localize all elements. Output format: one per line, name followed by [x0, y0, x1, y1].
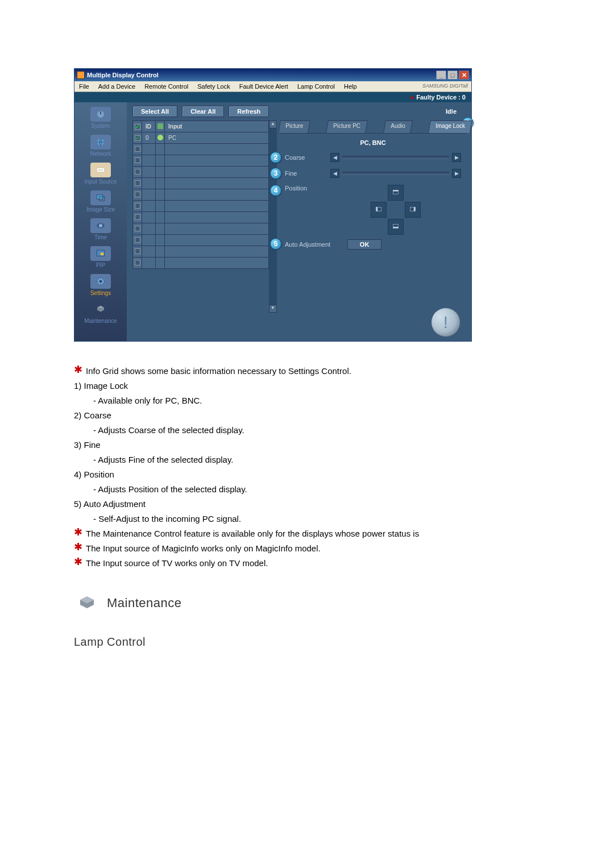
row-checkbox[interactable]	[135, 203, 140, 209]
row-checkbox[interactable]	[135, 135, 140, 141]
position-up-button[interactable]	[388, 185, 404, 201]
grid-scrollbar[interactable]: ▲ ▼	[269, 121, 277, 313]
table-row[interactable]	[133, 246, 269, 258]
svg-rect-18	[376, 207, 377, 211]
table-row[interactable]	[133, 235, 269, 246]
tab-image-lock[interactable]: Image Lock	[428, 121, 472, 133]
row-status	[156, 223, 165, 235]
doc-numbered-item: 2) Coarse	[74, 409, 540, 422]
refresh-button[interactable]: Refresh	[229, 106, 269, 117]
table-row[interactable]	[133, 223, 269, 235]
sidebar-item-maintenance[interactable]: Maintenance	[74, 301, 127, 327]
sidebar-item-input-source[interactable]: Input Source	[74, 161, 127, 188]
maximize-button[interactable]: □	[447, 70, 458, 80]
row-checkbox[interactable]	[135, 192, 140, 197]
close-button[interactable]: ✕	[459, 70, 469, 80]
menu-fault-device-alert[interactable]: Fault Device Alert	[235, 81, 293, 92]
menu-remote-control[interactable]: Remote Control	[140, 81, 193, 92]
status-bar: Faulty Device : 0	[74, 92, 471, 102]
row-status	[156, 212, 165, 223]
doc-sub-item: - Adjusts Coarse of the selected display…	[93, 423, 540, 437]
coarse-increase-button[interactable]: ▶	[452, 153, 461, 162]
row-status	[156, 201, 165, 212]
row-checkbox[interactable]	[135, 169, 140, 175]
sidebar-item-label: Input Source	[74, 178, 127, 185]
grid-header-check[interactable]	[133, 121, 142, 132]
row-checkbox[interactable]	[135, 157, 140, 163]
scroll-up-button[interactable]: ▲	[269, 121, 277, 128]
row-id	[142, 167, 156, 178]
row-id	[142, 246, 156, 258]
row-status	[156, 144, 165, 155]
row-checkbox[interactable]	[135, 237, 140, 243]
settings-icon	[90, 274, 111, 289]
tab-picture[interactable]: Picture	[278, 121, 310, 133]
table-row[interactable]	[133, 155, 269, 167]
position-right-button[interactable]	[405, 202, 421, 218]
menu-add-device[interactable]: Add a Device	[94, 81, 140, 92]
table-row[interactable]	[133, 201, 269, 212]
menu-lamp-control[interactable]: Lamp Control	[293, 81, 339, 92]
select-all-button[interactable]: Select All	[132, 106, 177, 117]
row-checkbox[interactable]	[135, 180, 140, 186]
fine-slider[interactable]	[342, 172, 450, 175]
minimize-button[interactable]: _	[436, 70, 446, 80]
row-input	[165, 144, 269, 155]
row-checkbox[interactable]	[135, 146, 140, 152]
row-checkbox[interactable]	[135, 248, 140, 254]
table-row[interactable]: 0PC	[133, 132, 269, 144]
table-row[interactable]	[133, 189, 269, 201]
row-status	[156, 235, 165, 246]
sidebar-item-system[interactable]: System	[74, 106, 127, 132]
row-checkbox[interactable]	[135, 260, 140, 265]
svg-rect-22	[393, 227, 398, 228]
doc-sub-item: - Adjusts Position of the selected displ…	[93, 483, 540, 496]
sidebar-item-network[interactable]: Network	[74, 134, 127, 160]
scroll-down-button[interactable]: ▼	[269, 305, 277, 313]
row-status	[156, 246, 165, 258]
sidebar-item-time[interactable]: Time	[74, 217, 127, 244]
doc-note: ✱The Maintenance Control feature is avai…	[74, 527, 540, 541]
titlebar: Multiple Display Control _ □ ✕	[74, 69, 471, 81]
ok-button[interactable]: OK	[347, 239, 381, 250]
doc-numbered-item: 5) Auto Adjustment	[74, 497, 540, 511]
table-row[interactable]	[133, 212, 269, 223]
svg-rect-14	[157, 123, 163, 129]
menu-file[interactable]: File	[74, 81, 94, 92]
svg-point-4	[100, 169, 101, 171]
callout-4: 4	[270, 185, 281, 196]
row-status	[156, 258, 165, 269]
fine-decrease-button[interactable]: ◀	[330, 169, 339, 178]
table-row[interactable]	[133, 144, 269, 155]
row-input	[165, 246, 269, 258]
menu-safety-lock[interactable]: Safety Lock	[193, 81, 234, 92]
tab-audio[interactable]: Audio	[384, 121, 413, 133]
sidebar-item-pip[interactable]: PIP	[74, 245, 127, 272]
position-left-button[interactable]	[371, 202, 387, 218]
position-down-button[interactable]	[388, 219, 404, 235]
sidebar: System Network Input Source Image Size T…	[74, 102, 127, 341]
row-checkbox[interactable]	[135, 226, 140, 231]
clear-all-button[interactable]: Clear All	[182, 106, 224, 117]
row-id	[142, 212, 156, 223]
info-disc-icon: !	[432, 308, 460, 337]
table-row[interactable]	[133, 258, 269, 269]
menu-help[interactable]: Help	[339, 81, 362, 92]
table-row[interactable]	[133, 178, 269, 189]
table-row[interactable]	[133, 167, 269, 178]
sidebar-item-image-size[interactable]: Image Size	[74, 189, 127, 216]
document-body: ✱ Info Grid shows some basic information…	[74, 364, 540, 651]
svg-point-5	[102, 169, 103, 171]
row-id	[142, 178, 156, 189]
info-grid: ID Input 0PC	[127, 121, 269, 313]
fine-label: Fine	[285, 170, 330, 177]
sidebar-item-settings[interactable]: Settings	[74, 273, 127, 300]
row-checkbox[interactable]	[135, 214, 140, 220]
row-id: 0	[142, 132, 156, 144]
fine-increase-button[interactable]: ▶	[452, 169, 461, 178]
coarse-decrease-button[interactable]: ◀	[330, 153, 339, 162]
tab-picture-pc[interactable]: Picture PC	[326, 121, 368, 133]
star-icon: ✱	[74, 556, 82, 567]
coarse-slider[interactable]	[342, 156, 450, 159]
row-id	[142, 258, 156, 269]
